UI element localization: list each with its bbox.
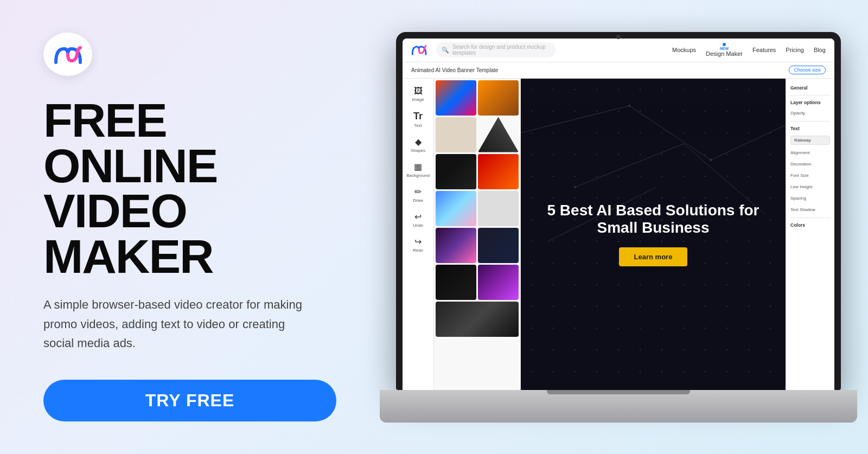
svg-point-6 [628,105,630,107]
tool-redo-label: Redo [413,248,423,253]
panel-text-shadow[interactable]: Text Shadow [790,206,830,213]
tool-shapes-label: Shapes [411,148,425,153]
gallery-thumb-10[interactable] [478,228,519,263]
choose-size-button[interactable]: Choose size [789,66,826,74]
laptop-screen: 🔍 Search for design and product mockup t… [403,39,834,390]
right-section: 🔍 Search for design and product mockup t… [380,0,868,454]
panel-divider-1 [790,95,830,95]
nav-features[interactable]: Features [752,47,776,53]
draw-icon: ✏ [414,187,422,197]
screen-logo [411,43,427,56]
laptop-camera [616,35,621,39]
laptop-base [380,390,857,423]
headline-line2: VIDEO MAKER [43,184,213,283]
tool-text-label: Text [414,123,422,128]
panel-font-badge[interactable]: Raleway [790,136,830,145]
tool-background[interactable]: ▦ Background [405,158,432,181]
tool-image[interactable]: 🖼 Image [405,83,432,105]
undo-icon: ↩ [414,212,422,222]
panel-spacing[interactable]: Spacing [790,195,830,202]
gallery-thumb-11[interactable] [436,265,476,300]
nav-blog[interactable]: Blog [814,47,826,53]
tool-undo[interactable]: ↩ Undo [405,208,432,231]
gallery-thumb-2[interactable] [478,80,519,116]
editor-toolbar: 🖼 Image Tr Text ◆ Shapes ▦ [403,79,434,390]
panel-general: General [790,85,830,91]
nav-mockups[interactable]: Mockups [672,47,696,53]
search-placeholder-text: Search for design and product mockup tem… [452,44,550,56]
editor-gallery [434,79,521,390]
screen-nav-items: Mockups NEW Design Maker Features Pricin… [672,43,826,57]
panel-divider-3 [790,218,830,218]
redo-icon: ↪ [414,236,422,247]
main-headline: FREE ONLINE VIDEO MAKER [43,98,336,279]
logo-container [43,33,92,76]
tool-draw-label: Draw [413,198,423,203]
gallery-thumb-1[interactable] [436,80,476,116]
try-free-button[interactable]: TRY FREE [43,380,336,421]
gallery-thumb-6[interactable] [478,154,519,189]
text-icon: Tr [413,111,423,122]
panel-divider-2 [790,121,830,122]
nav-design-maker[interactable]: NEW Design Maker [706,43,743,57]
nav-new-badge: NEW [720,47,729,50]
canvas-headline: 5 Best AI Based Solutions for Small Busi… [537,202,769,236]
image-icon: 🖼 [414,86,423,96]
gallery-thumb-12[interactable] [478,265,519,300]
banner-title: Animated AI Video Banner Template [411,67,498,73]
screen-editor: 🖼 Image Tr Text ◆ Shapes ▦ [403,79,834,390]
background-icon: ▦ [414,162,422,172]
tool-draw[interactable]: ✏ Draw [405,183,432,206]
panel-font-size[interactable]: Font Size [790,172,830,179]
nav-design-label: Design Maker [706,50,743,57]
laptop-wrapper: 🔍 Search for design and product mockup t… [396,32,841,423]
laptop-body: 🔍 Search for design and product mockup t… [396,32,841,390]
nav-pricing[interactable]: Pricing [786,47,804,53]
brand-logo [53,43,83,65]
svg-line-1 [629,106,711,160]
editor-canvas: 5 Best AI Based Solutions for Small Busi… [521,79,786,390]
gallery-thumb-9[interactable] [436,228,476,263]
shapes-icon: ◆ [415,137,422,147]
gallery-thumb-full[interactable] [436,302,519,337]
tool-background-label: Background [406,173,430,178]
tool-shapes[interactable]: ◆ Shapes [405,133,432,156]
panel-layer-options: Layer options [790,100,830,105]
search-icon: 🔍 [442,47,449,54]
headline-line1: FREE ONLINE [43,93,217,193]
gallery-thumb-5[interactable] [436,154,476,189]
gallery-thumb-7[interactable] [436,191,476,226]
panel-colors: Colors [790,222,830,228]
nav-new-dot [723,43,726,46]
canvas-content: 5 Best AI Based Solutions for Small Busi… [521,186,786,283]
tool-undo-label: Undo [413,223,423,228]
left-section: FREE ONLINE VIDEO MAKER A simple browser… [0,0,380,454]
svg-line-2 [711,122,786,160]
panel-alignment[interactable]: Alignment [790,149,830,156]
panel-decoration[interactable]: Decoration [790,161,830,168]
tool-redo[interactable]: ↪ Redo [405,233,432,256]
svg-line-3 [575,144,684,187]
panel-text: Text [790,126,830,131]
svg-point-7 [710,159,712,161]
panel-opacity[interactable]: Opacity [790,110,830,117]
editor-right-panel: General Layer options Opacity Text Ralew… [786,79,834,390]
canvas-cta-button[interactable]: Learn more [619,247,688,266]
screen-banner-bar: Animated AI Video Banner Template Choose… [403,62,834,79]
tool-image-label: Image [412,97,424,102]
tool-text[interactable]: Tr Text [405,107,432,131]
gallery-thumb-8[interactable] [478,191,519,226]
subheadline: A simple browser-based video creator for… [43,295,304,353]
panel-line-height[interactable]: Line Height [790,183,830,190]
screen-search-bar[interactable]: 🔍 Search for design and product mockup t… [436,42,556,57]
screen-navbar: 🔍 Search for design and product mockup t… [403,39,834,62]
svg-line-0 [521,106,629,133]
gallery-thumb-3[interactable] [436,117,476,152]
gallery-thumb-4[interactable] [478,117,519,152]
